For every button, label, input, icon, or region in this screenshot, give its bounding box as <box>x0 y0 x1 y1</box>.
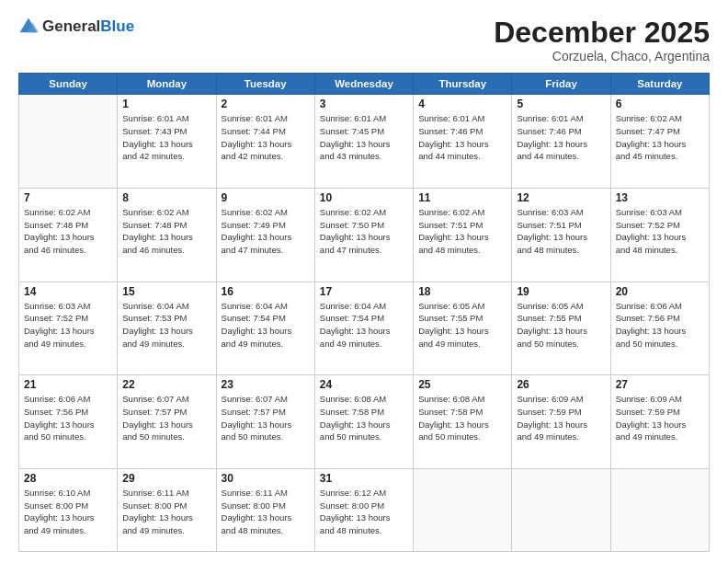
calendar-cell: 30Sunrise: 6:11 AMSunset: 8:00 PMDayligh… <box>216 468 314 551</box>
cell-text: Sunset: 7:56 PM <box>24 406 112 419</box>
cell-text: Sunset: 7:57 PM <box>122 406 210 419</box>
calendar-header: SundayMondayTuesdayWednesdayThursdayFrid… <box>19 74 710 95</box>
calendar-cell: 29Sunrise: 6:11 AMSunset: 8:00 PMDayligh… <box>118 468 216 551</box>
calendar-cell <box>610 468 709 551</box>
cell-text: Sunrise: 6:11 AM <box>122 487 210 500</box>
cell-text: Sunrise: 6:04 AM <box>320 300 408 313</box>
cell-text: Sunset: 7:46 PM <box>418 125 506 138</box>
calendar-cell: 13Sunrise: 6:03 AMSunset: 7:52 PMDayligh… <box>610 188 709 282</box>
day-of-week-friday: Friday <box>512 74 610 95</box>
cell-text: Sunset: 7:52 PM <box>24 312 112 325</box>
calendar-cell: 10Sunrise: 6:02 AMSunset: 7:50 PMDayligh… <box>314 188 413 282</box>
day-number: 10 <box>320 191 408 204</box>
cell-text: Sunset: 7:58 PM <box>320 406 408 419</box>
day-number: 2 <box>222 98 310 110</box>
cell-text: Sunset: 8:00 PM <box>320 500 408 512</box>
calendar-week-1: 1Sunrise: 6:01 AMSunset: 7:43 PMDaylight… <box>19 95 710 189</box>
calendar-cell: 20Sunrise: 6:06 AMSunset: 7:56 PMDayligh… <box>610 282 709 375</box>
cell-text: and 49 minutes. <box>616 431 704 443</box>
cell-text: and 42 minutes. <box>122 150 210 163</box>
cell-text: and 49 minutes. <box>222 338 310 350</box>
cell-text: Sunrise: 6:01 AM <box>222 112 310 125</box>
cell-text: Daylight: 13 hours <box>320 419 408 431</box>
cell-text: Sunrise: 6:02 AM <box>122 206 210 219</box>
cell-text: and 50 minutes. <box>616 338 704 350</box>
day-of-week-wednesday: Wednesday <box>314 74 413 95</box>
day-number: 16 <box>222 285 310 298</box>
month-title: December 2025 <box>494 17 710 49</box>
cell-text: Daylight: 13 hours <box>320 138 408 151</box>
calendar-cell <box>414 468 512 551</box>
cell-text: Daylight: 13 hours <box>320 325 408 338</box>
cell-text: and 46 minutes. <box>122 244 210 257</box>
cell-text: Sunset: 7:51 PM <box>418 219 506 232</box>
cell-text: Daylight: 13 hours <box>24 419 112 431</box>
cell-text: Sunrise: 6:05 AM <box>517 300 605 313</box>
cell-text: Sunset: 7:48 PM <box>122 219 210 232</box>
cell-text: Sunrise: 6:09 AM <box>517 393 605 406</box>
cell-text: Sunset: 7:57 PM <box>222 406 310 419</box>
cell-text: Sunrise: 6:02 AM <box>418 206 506 219</box>
cell-text: and 49 minutes. <box>122 338 210 350</box>
calendar-cell: 22Sunrise: 6:07 AMSunset: 7:57 PMDayligh… <box>118 375 216 469</box>
cell-text: Sunrise: 6:12 AM <box>320 487 408 500</box>
day-number: 21 <box>24 378 112 391</box>
calendar-cell: 15Sunrise: 6:04 AMSunset: 7:53 PMDayligh… <box>118 282 216 375</box>
cell-text: Daylight: 13 hours <box>517 138 605 151</box>
cell-text: and 49 minutes. <box>122 524 210 537</box>
cell-text: Sunrise: 6:10 AM <box>24 487 112 500</box>
cell-text: Daylight: 13 hours <box>320 231 408 244</box>
cell-text: Daylight: 13 hours <box>320 511 408 524</box>
cell-text: Daylight: 13 hours <box>517 325 605 338</box>
calendar-cell: 31Sunrise: 6:12 AMSunset: 8:00 PMDayligh… <box>314 468 413 551</box>
cell-text: and 50 minutes. <box>222 431 310 443</box>
cell-text: Daylight: 13 hours <box>616 138 704 151</box>
calendar-cell: 1Sunrise: 6:01 AMSunset: 7:43 PMDaylight… <box>118 95 216 189</box>
cell-text: Daylight: 13 hours <box>222 138 310 151</box>
cell-text: Daylight: 13 hours <box>122 511 210 524</box>
calendar-cell <box>19 95 118 189</box>
day-of-week-saturday: Saturday <box>610 74 709 95</box>
cell-text: Sunrise: 6:04 AM <box>222 300 310 313</box>
cell-text: Daylight: 13 hours <box>616 325 704 338</box>
logo: GeneralBlue <box>18 17 134 37</box>
logo-blue: Blue <box>100 17 134 35</box>
day-number: 1 <box>122 98 210 110</box>
cell-text: Daylight: 13 hours <box>122 138 210 151</box>
day-number: 5 <box>517 98 605 110</box>
cell-text: and 48 minutes. <box>320 524 408 537</box>
cell-text: Sunrise: 6:03 AM <box>24 300 112 313</box>
days-of-week-row: SundayMondayTuesdayWednesdayThursdayFrid… <box>19 74 710 95</box>
day-of-week-monday: Monday <box>118 74 216 95</box>
cell-text: Sunset: 8:00 PM <box>222 500 310 512</box>
cell-text: Sunrise: 6:07 AM <box>222 393 310 406</box>
cell-text: and 49 minutes. <box>418 338 506 350</box>
cell-text: Sunset: 7:45 PM <box>320 125 408 138</box>
cell-text: Daylight: 13 hours <box>418 325 506 338</box>
cell-text: and 50 minutes. <box>24 431 112 443</box>
day-number: 17 <box>320 285 408 298</box>
calendar-cell: 6Sunrise: 6:02 AMSunset: 7:47 PMDaylight… <box>610 95 709 189</box>
cell-text: and 48 minutes. <box>418 244 506 257</box>
cell-text: Sunrise: 6:03 AM <box>517 206 605 219</box>
cell-text: Daylight: 13 hours <box>222 325 310 338</box>
cell-text: Sunrise: 6:07 AM <box>122 393 210 406</box>
cell-text: Sunrise: 6:01 AM <box>122 112 210 125</box>
cell-text: Daylight: 13 hours <box>418 231 506 244</box>
cell-text: Sunrise: 6:02 AM <box>24 206 112 219</box>
cell-text: Sunset: 7:54 PM <box>222 312 310 325</box>
cell-text: and 49 minutes. <box>517 431 605 443</box>
cell-text: Sunrise: 6:04 AM <box>122 300 210 313</box>
calendar-cell: 11Sunrise: 6:02 AMSunset: 7:51 PMDayligh… <box>414 188 512 282</box>
cell-text: Sunset: 8:00 PM <box>24 500 112 512</box>
cell-text: Sunset: 7:54 PM <box>320 312 408 325</box>
day-number: 19 <box>517 285 605 298</box>
cell-text: Sunrise: 6:02 AM <box>616 112 704 125</box>
cell-text: Sunrise: 6:01 AM <box>320 112 408 125</box>
calendar-cell: 19Sunrise: 6:05 AMSunset: 7:55 PMDayligh… <box>512 282 610 375</box>
calendar-cell: 12Sunrise: 6:03 AMSunset: 7:51 PMDayligh… <box>512 188 610 282</box>
calendar-cell: 28Sunrise: 6:10 AMSunset: 8:00 PMDayligh… <box>19 468 118 551</box>
cell-text: Sunset: 7:56 PM <box>616 312 704 325</box>
day-number: 18 <box>418 285 506 298</box>
day-number: 20 <box>616 285 704 298</box>
